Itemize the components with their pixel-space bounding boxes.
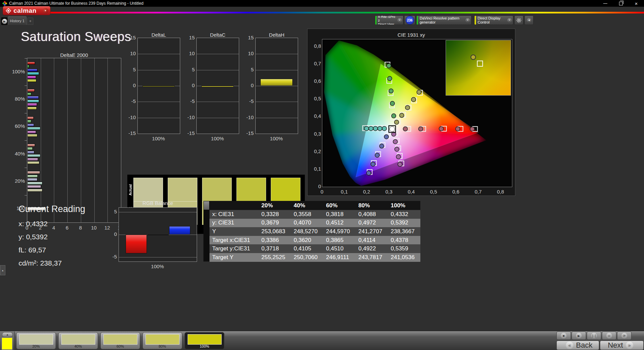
deltae-bar bbox=[27, 161, 39, 164]
deltac-chart: DeltaC 151050-5-10-15100% bbox=[185, 32, 241, 143]
bottom-swatch-button-100%[interactable]: 100% bbox=[185, 332, 224, 349]
play-button[interactable]: ▶ bbox=[572, 331, 586, 340]
page-title: Saturation Sweeps bbox=[21, 30, 131, 44]
deltae-bar bbox=[27, 79, 36, 82]
bottom-swatch-button-40%[interactable]: 40% bbox=[58, 332, 98, 349]
swatch-button-label: 60% bbox=[101, 344, 140, 348]
scrollbar-thumb[interactable] bbox=[204, 201, 209, 210]
axis-tick bbox=[25, 140, 27, 141]
deltae-bar bbox=[27, 147, 33, 150]
current-reading-title: Current Reading bbox=[19, 204, 85, 214]
actual-swatch bbox=[133, 178, 163, 201]
y-tick-label: 15 bbox=[185, 35, 195, 40]
y-tick-label: -10 bbox=[185, 114, 195, 120]
calman-menu-button[interactable]: calman ▼ bbox=[3, 6, 51, 15]
table-scrollbar[interactable] bbox=[203, 201, 210, 261]
table-header-cell: 80% bbox=[356, 201, 388, 210]
table-row-label: Target Y bbox=[210, 253, 259, 262]
close-icon[interactable]: × bbox=[629, 0, 644, 7]
table-header-cell bbox=[210, 201, 259, 210]
actual-swatch bbox=[202, 178, 232, 201]
y-tick-label: 15 bbox=[244, 35, 254, 40]
next-button[interactable]: Next » bbox=[600, 341, 644, 350]
axis-tick bbox=[25, 85, 27, 86]
pattern-generator-label: DaVinci Resolve pattern generator bbox=[418, 16, 465, 24]
bottom-swatch-button-80%[interactable]: 80% bbox=[142, 332, 182, 349]
table-header-cell: 40% bbox=[291, 201, 323, 210]
table-cell: 0,4114 bbox=[356, 236, 388, 245]
deltae2000-chart-title: DeltaE 2000 bbox=[27, 52, 121, 58]
cie-x-tick-label: 0,2 bbox=[360, 189, 373, 195]
chevron-down-icon: ▼ bbox=[397, 18, 402, 23]
magenta-measured-point bbox=[395, 147, 399, 151]
up-arrow-icon[interactable]: ▲ bbox=[2, 332, 13, 337]
deltae-bar bbox=[27, 144, 35, 147]
add-tab-button[interactable]: + bbox=[27, 18, 33, 25]
table-cell: 253,0683 bbox=[259, 227, 291, 236]
table-row: x: CIE310,33280,35580,38180,40880,4332 bbox=[210, 210, 420, 219]
cie-y-tick-label: 0,6 bbox=[308, 78, 321, 84]
cie-zoom-inset bbox=[446, 40, 511, 96]
current-color-panel: ▲ bbox=[0, 331, 15, 350]
minimize-icon[interactable]: — bbox=[598, 0, 613, 7]
table-cell: 0,5392 bbox=[388, 219, 420, 228]
dropdown-caret-icon[interactable]: ▼ bbox=[43, 8, 48, 13]
tab-scroll-button[interactable]: ▶ bbox=[1, 17, 8, 26]
magenta-measured-point bbox=[398, 162, 402, 167]
cie-y-tick-label: 0,2 bbox=[308, 148, 321, 154]
cie-y-tick-label: 0,8 bbox=[308, 43, 321, 49]
back-label: Back bbox=[576, 341, 592, 350]
gridline bbox=[256, 102, 298, 102]
calman-logo-text: calman bbox=[13, 7, 36, 14]
table-cell: 241,0536 bbox=[388, 253, 420, 262]
bottom-swatch-button-60%[interactable]: 60% bbox=[100, 332, 140, 349]
collapse-panel-button[interactable]: ▲ bbox=[0, 265, 5, 275]
display-control-selector[interactable]: Direct Display Control ▼ bbox=[474, 15, 513, 25]
gridline bbox=[107, 58, 108, 222]
table-cell: 246,9111 bbox=[323, 253, 356, 262]
settings-button[interactable] bbox=[514, 15, 523, 25]
bottom-swatch-button-20%[interactable]: 20% bbox=[16, 332, 56, 349]
red-measured-point bbox=[470, 127, 475, 131]
cie-x-tick-label: 0,4 bbox=[405, 189, 418, 195]
table-row: Target x:CIE310,33860,36200,38650,41140,… bbox=[210, 236, 420, 245]
y-tick-label: -15 bbox=[185, 130, 195, 136]
collapse-toolbar-button[interactable]: ◀ bbox=[524, 15, 534, 25]
green-measured-point bbox=[390, 101, 394, 106]
table-cell: 241,2707 bbox=[356, 227, 388, 236]
deltae-bar bbox=[27, 185, 41, 188]
calman-logo-icon bbox=[5, 7, 12, 14]
table-row: y: CIE310,36790,40700,45120,49720,5392 bbox=[210, 219, 420, 228]
meter-selector[interactable]: X-Rite i1Pro 2Direct View ▼ bbox=[375, 15, 404, 25]
tab-history[interactable]: History 1 bbox=[8, 16, 27, 25]
gridline bbox=[256, 54, 298, 54]
green-measured-point bbox=[387, 64, 391, 68]
play-icon: ▶ bbox=[576, 333, 582, 339]
swatch-patch bbox=[61, 334, 95, 345]
table-header-cell: 100% bbox=[388, 201, 420, 210]
y-tick-label: -15 bbox=[126, 130, 136, 136]
y-tick-label: -5 bbox=[185, 98, 195, 104]
y-tick-label: -15 bbox=[244, 130, 254, 136]
table-cell: 0,3558 bbox=[291, 210, 323, 219]
actual-swatch bbox=[236, 178, 266, 201]
back-button[interactable]: « Back bbox=[556, 341, 599, 350]
meter-count-panel[interactable]: 236 bbox=[404, 15, 415, 25]
table-row: Target Y255,2525250,7060246,9111243,7817… bbox=[210, 253, 420, 262]
restore-icon[interactable] bbox=[613, 0, 629, 7]
refresh-button[interactable]: ⟳ bbox=[617, 331, 632, 340]
stop-button[interactable]: ■ bbox=[556, 331, 571, 340]
deltae-bar bbox=[27, 76, 36, 79]
gridline bbox=[138, 70, 180, 70]
swatch-patch bbox=[19, 334, 53, 345]
step-button[interactable]: [··] bbox=[587, 331, 601, 340]
loop-button[interactable]: ∞ bbox=[602, 331, 616, 340]
pattern-generator-selector[interactable]: DaVinci Resolve pattern generator ▼ bbox=[416, 15, 472, 25]
deltae-group-label: 100% bbox=[0, 69, 25, 74]
inset-target-point bbox=[477, 61, 483, 67]
y-tick-label: 0 bbox=[185, 82, 195, 88]
yellow-measured-point bbox=[417, 90, 421, 94]
deltal-chart: DeltaL 151050-5-10-15100% bbox=[126, 32, 182, 143]
reading-fl: fL: 69,57 bbox=[19, 246, 85, 254]
cie-x-tick-label: 0,6 bbox=[449, 189, 462, 195]
